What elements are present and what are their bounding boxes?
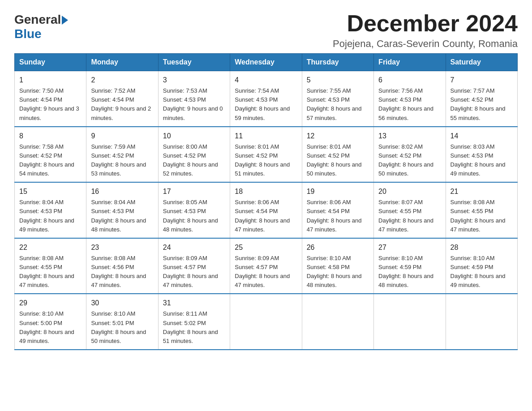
day-number: 14 [450, 131, 513, 141]
calendar-cell: 19Sunrise: 8:06 AMSunset: 4:54 PMDayligh… [302, 182, 373, 238]
day-info: Sunrise: 8:09 AMSunset: 4:57 PMDaylight:… [163, 255, 218, 288]
calendar-week-row: 8Sunrise: 7:58 AMSunset: 4:52 PMDaylight… [15, 127, 518, 183]
calendar-cell: 27Sunrise: 8:10 AMSunset: 4:59 PMDayligh… [374, 238, 446, 294]
day-number: 22 [19, 242, 82, 253]
calendar-week-row: 15Sunrise: 8:04 AMSunset: 4:53 PMDayligh… [15, 182, 518, 238]
day-info: Sunrise: 8:08 AMSunset: 4:55 PMDaylight:… [19, 255, 74, 288]
calendar-header-row: SundayMondayTuesdayWednesdayThursdayFrid… [15, 54, 518, 71]
header-monday: Monday [86, 54, 158, 71]
day-info: Sunrise: 8:10 AMSunset: 4:59 PMDaylight:… [450, 255, 506, 288]
day-info: Sunrise: 7:58 AMSunset: 4:52 PMDaylight:… [19, 143, 74, 177]
calendar-week-row: 1Sunrise: 7:50 AMSunset: 4:54 PMDaylight… [15, 71, 518, 127]
logo: General Blue [14, 13, 68, 41]
calendar-cell: 20Sunrise: 8:07 AMSunset: 4:55 PMDayligh… [374, 182, 446, 238]
calendar-cell [302, 294, 373, 350]
calendar-cell [374, 294, 446, 350]
day-number: 16 [91, 186, 153, 197]
day-info: Sunrise: 8:03 AMSunset: 4:53 PMDaylight:… [450, 143, 506, 177]
title-block: December 2024 Pojejena, Caras-Severin Co… [333, 11, 518, 50]
header-saturday: Saturday [446, 54, 517, 71]
calendar-cell [446, 294, 517, 350]
day-number: 10 [163, 131, 225, 141]
day-info: Sunrise: 8:10 AMSunset: 4:58 PMDaylight:… [307, 255, 362, 288]
calendar-cell: 15Sunrise: 8:04 AMSunset: 4:53 PMDayligh… [15, 182, 86, 238]
logo-general-text: General [14, 13, 61, 27]
day-number: 24 [163, 242, 225, 253]
day-info: Sunrise: 8:01 AMSunset: 4:52 PMDaylight:… [307, 143, 362, 177]
logo-blue-text: Blue [14, 27, 42, 41]
day-number: 11 [235, 131, 297, 141]
calendar-cell: 12Sunrise: 8:01 AMSunset: 4:52 PMDayligh… [302, 127, 373, 183]
calendar-cell: 4Sunrise: 7:54 AMSunset: 4:53 PMDaylight… [230, 71, 302, 127]
day-number: 23 [91, 242, 153, 253]
day-number: 15 [19, 186, 82, 197]
day-number: 4 [235, 75, 297, 86]
day-info: Sunrise: 7:59 AMSunset: 4:52 PMDaylight:… [91, 143, 146, 177]
calendar-cell: 31Sunrise: 8:11 AMSunset: 5:02 PMDayligh… [158, 294, 230, 350]
day-info: Sunrise: 8:09 AMSunset: 4:57 PMDaylight:… [235, 255, 290, 288]
day-info: Sunrise: 7:55 AMSunset: 4:53 PMDaylight:… [307, 87, 362, 121]
calendar-cell: 9Sunrise: 7:59 AMSunset: 4:52 PMDaylight… [86, 127, 158, 183]
day-info: Sunrise: 8:05 AMSunset: 4:53 PMDaylight:… [163, 199, 218, 232]
calendar-cell: 5Sunrise: 7:55 AMSunset: 4:53 PMDaylight… [302, 71, 373, 127]
day-number: 3 [163, 75, 225, 86]
calendar-cell: 7Sunrise: 7:57 AMSunset: 4:52 PMDaylight… [446, 71, 517, 127]
header-tuesday: Tuesday [158, 54, 230, 71]
calendar-cell: 17Sunrise: 8:05 AMSunset: 4:53 PMDayligh… [158, 182, 230, 238]
calendar-cell: 30Sunrise: 8:10 AMSunset: 5:01 PMDayligh… [86, 294, 158, 350]
day-number: 29 [19, 298, 82, 308]
calendar-cell: 21Sunrise: 8:08 AMSunset: 4:55 PMDayligh… [446, 182, 517, 238]
day-info: Sunrise: 8:08 AMSunset: 4:56 PMDaylight:… [91, 255, 146, 288]
day-info: Sunrise: 8:11 AMSunset: 5:02 PMDaylight:… [163, 310, 218, 344]
calendar-cell: 10Sunrise: 8:00 AMSunset: 4:52 PMDayligh… [158, 127, 230, 183]
calendar-cell: 11Sunrise: 8:01 AMSunset: 4:52 PMDayligh… [230, 127, 302, 183]
day-number: 31 [163, 298, 225, 308]
calendar-cell: 6Sunrise: 7:56 AMSunset: 4:53 PMDaylight… [374, 71, 446, 127]
day-info: Sunrise: 8:01 AMSunset: 4:52 PMDaylight:… [235, 143, 290, 177]
header-friday: Friday [374, 54, 446, 71]
day-info: Sunrise: 7:57 AMSunset: 4:52 PMDaylight:… [450, 87, 506, 121]
day-number: 30 [91, 298, 153, 308]
calendar-cell: 22Sunrise: 8:08 AMSunset: 4:55 PMDayligh… [15, 238, 86, 294]
calendar-week-row: 29Sunrise: 8:10 AMSunset: 5:00 PMDayligh… [15, 294, 518, 350]
calendar-cell [230, 294, 302, 350]
day-number: 13 [378, 131, 441, 141]
calendar-week-row: 22Sunrise: 8:08 AMSunset: 4:55 PMDayligh… [15, 238, 518, 294]
month-title: December 2024 [333, 11, 518, 36]
calendar-cell: 29Sunrise: 8:10 AMSunset: 5:00 PMDayligh… [15, 294, 86, 350]
day-info: Sunrise: 7:56 AMSunset: 4:53 PMDaylight:… [378, 87, 433, 121]
calendar-cell: 16Sunrise: 8:04 AMSunset: 4:53 PMDayligh… [86, 182, 158, 238]
day-info: Sunrise: 7:54 AMSunset: 4:53 PMDaylight:… [235, 87, 290, 121]
day-info: Sunrise: 8:04 AMSunset: 4:53 PMDaylight:… [91, 199, 146, 232]
calendar-table: SundayMondayTuesdayWednesdayThursdayFrid… [14, 53, 518, 350]
day-info: Sunrise: 8:06 AMSunset: 4:54 PMDaylight:… [235, 199, 290, 232]
day-info: Sunrise: 8:10 AMSunset: 4:59 PMDaylight:… [378, 255, 433, 288]
day-number: 26 [307, 242, 369, 253]
day-number: 21 [450, 186, 513, 197]
day-number: 5 [307, 75, 369, 86]
day-info: Sunrise: 8:10 AMSunset: 5:00 PMDaylight:… [19, 310, 74, 344]
calendar-cell: 18Sunrise: 8:06 AMSunset: 4:54 PMDayligh… [230, 182, 302, 238]
day-info: Sunrise: 8:10 AMSunset: 5:01 PMDaylight:… [91, 310, 146, 344]
header-wednesday: Wednesday [230, 54, 302, 71]
calendar-cell: 2Sunrise: 7:52 AMSunset: 4:54 PMDaylight… [86, 71, 158, 127]
day-info: Sunrise: 8:08 AMSunset: 4:55 PMDaylight:… [450, 199, 506, 232]
day-number: 27 [378, 242, 441, 253]
day-info: Sunrise: 8:06 AMSunset: 4:54 PMDaylight:… [307, 199, 362, 232]
page-header: General Blue December 2024 Pojejena, Car… [14, 11, 518, 50]
calendar-cell: 26Sunrise: 8:10 AMSunset: 4:58 PMDayligh… [302, 238, 373, 294]
day-info: Sunrise: 8:00 AMSunset: 4:52 PMDaylight:… [163, 143, 218, 177]
day-info: Sunrise: 7:50 AMSunset: 4:54 PMDaylight:… [19, 87, 79, 121]
calendar-cell: 25Sunrise: 8:09 AMSunset: 4:57 PMDayligh… [230, 238, 302, 294]
day-info: Sunrise: 7:53 AMSunset: 4:53 PMDaylight:… [163, 87, 223, 121]
day-number: 18 [235, 186, 297, 197]
calendar-cell: 8Sunrise: 7:58 AMSunset: 4:52 PMDaylight… [15, 127, 86, 183]
day-number: 1 [19, 75, 82, 86]
day-number: 7 [450, 75, 513, 86]
header-sunday: Sunday [15, 54, 86, 71]
day-info: Sunrise: 8:02 AMSunset: 4:52 PMDaylight:… [378, 143, 433, 177]
day-number: 19 [307, 186, 369, 197]
day-number: 28 [450, 242, 513, 253]
day-number: 12 [307, 131, 369, 141]
day-number: 25 [235, 242, 297, 253]
